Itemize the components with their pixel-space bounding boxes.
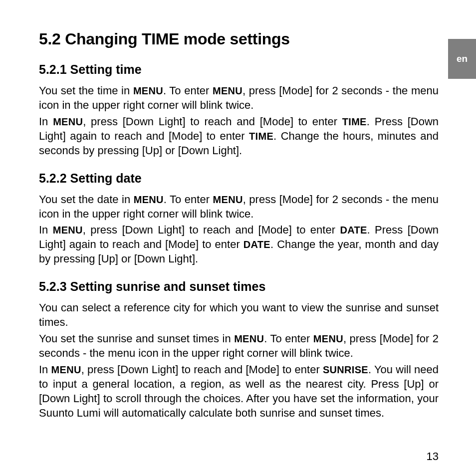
- term-date: DATE: [340, 225, 367, 236]
- term-menu: MENU: [313, 333, 343, 344]
- manual-page: en 5.2 Changing TIME mode settings 5.2.1…: [0, 0, 476, 476]
- paragraph: In MENU, press [Down Light] to reach and…: [39, 115, 439, 158]
- text: . To enter: [164, 193, 213, 206]
- text: In: [39, 224, 53, 236]
- term-menu: MENU: [134, 194, 164, 205]
- paragraph: You set the sunrise and sunset times in …: [39, 332, 439, 361]
- paragraph: In MENU, press [Down Light] to reach and…: [39, 223, 439, 266]
- text: . To enter: [163, 84, 213, 97]
- text: You set the sunrise and sunset times in: [39, 332, 234, 345]
- text: You set the time in: [39, 84, 133, 97]
- term-menu: MENU: [234, 333, 264, 344]
- paragraph: You can select a reference city for whic…: [39, 301, 439, 330]
- text: , press [Down Light] to reach and [Mode]…: [81, 363, 323, 376]
- term-menu: MENU: [213, 85, 242, 96]
- text: You can select a reference city for whic…: [39, 301, 439, 328]
- text: In: [39, 115, 53, 128]
- paragraph: You set the time in MENU. To enter MENU,…: [39, 84, 439, 113]
- section-heading: 5.2 Changing TIME mode settings: [39, 30, 439, 48]
- subsection-heading: 5.2.2 Setting date: [39, 171, 439, 186]
- term-menu: MENU: [133, 85, 163, 96]
- subsection-heading: 5.2.3 Setting sunrise and sunset times: [39, 279, 439, 294]
- language-tab: en: [448, 39, 476, 79]
- paragraph: You set the date in MENU. To enter MENU,…: [39, 193, 439, 222]
- text: In: [39, 363, 51, 376]
- term-time: TIME: [249, 131, 273, 142]
- language-code: en: [457, 53, 468, 64]
- text: . To enter: [264, 332, 313, 345]
- term-time: TIME: [342, 116, 367, 127]
- term-date: DATE: [243, 239, 270, 250]
- term-menu: MENU: [53, 116, 83, 127]
- page-number: 13: [427, 450, 439, 463]
- text: You set the date in: [39, 193, 134, 206]
- text: , press [Down Light] to reach and [Mode]…: [83, 224, 340, 236]
- subsection-heading: 5.2.1 Setting time: [39, 62, 439, 77]
- paragraph: In MENU, press [Down Light] to reach and…: [39, 363, 439, 421]
- term-menu: MENU: [51, 364, 81, 375]
- term-sunrise: SUNRISE: [323, 364, 368, 375]
- term-menu: MENU: [53, 225, 83, 236]
- text: , press [Down Light] to reach and [Mode]…: [83, 115, 342, 128]
- term-menu: MENU: [213, 194, 243, 205]
